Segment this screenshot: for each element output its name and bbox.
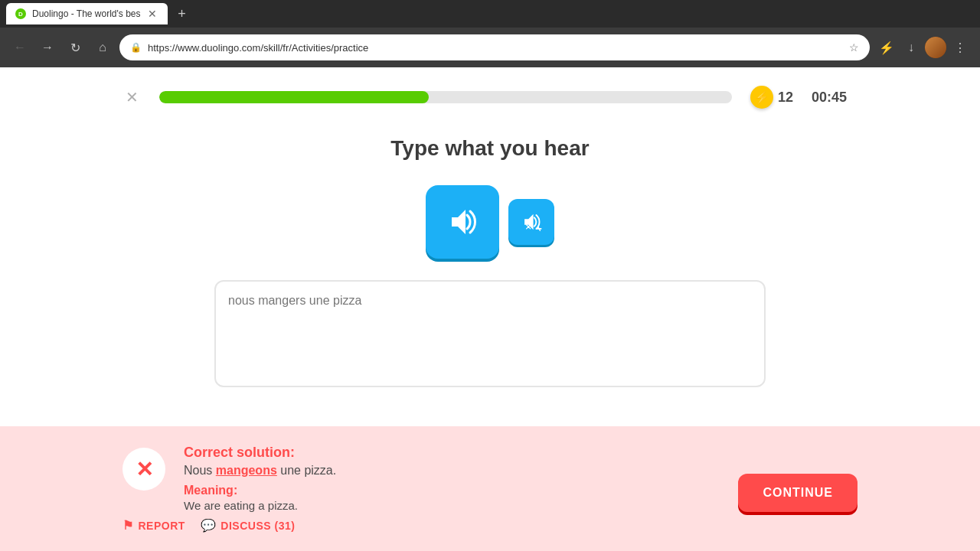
progress-bar-container (159, 91, 732, 103)
meaning-text: We are eating a pizza. (184, 499, 336, 512)
tab-title: Duolingo - The world's bes (32, 8, 140, 19)
speaker-slow-icon (521, 211, 542, 233)
extensions-button[interactable]: ⚡ (876, 37, 897, 58)
speaker-icon (446, 205, 479, 239)
back-button[interactable]: ← (9, 37, 31, 58)
solution-highlighted: mangeons (216, 464, 277, 477)
discuss-icon: 💬 (201, 518, 217, 533)
close-lesson-button[interactable]: ✕ (122, 88, 141, 106)
bottom-footer: ⚑ REPORT 💬 DISCUSS (31) (122, 518, 858, 533)
discuss-button[interactable]: 💬 DISCUSS (31) (201, 518, 296, 533)
refresh-button[interactable]: ↻ (64, 37, 86, 58)
menu-button[interactable]: ⋮ (949, 37, 971, 58)
report-button[interactable]: ⚑ REPORT (122, 518, 185, 533)
close-icon: ✕ (126, 88, 139, 106)
correct-solution-text: Nous mangeons une pizza. (184, 464, 336, 478)
result-text: Correct solution: Nous mangeons une pizz… (184, 445, 336, 512)
result-row: ✕ Correct solution: Nous mangeons une pi… (122, 445, 336, 512)
browser-nav-bar: ← → ↻ ⌂ 🔒 https://www.duolingo.com/skill… (0, 28, 980, 67)
continue-button[interactable]: CONTINUE (738, 474, 858, 512)
meaning-label: Meaning: (184, 484, 336, 497)
error-x-icon: ✕ (136, 457, 153, 482)
profile-button[interactable] (925, 37, 946, 58)
correct-solution-label: Correct solution: (184, 445, 336, 461)
top-bar: ✕ ⚡ 12 00:45 (122, 67, 858, 121)
browser-chrome: D Duolingo - The world's bes ✕ + ← → ↻ ⌂… (0, 0, 980, 67)
audio-play-button[interactable] (426, 185, 499, 259)
url-text: https://www.duolingo.com/skill/fr/Activi… (148, 42, 843, 54)
xp-count: 12 (778, 90, 793, 106)
discuss-label: DISCUSS (31) (220, 520, 295, 532)
active-tab[interactable]: D Duolingo - The world's bes ✕ (6, 3, 168, 24)
error-circle: ✕ (122, 448, 165, 491)
lock-icon: 🔒 (130, 42, 142, 53)
nav-right-buttons: ⚡ ↓ ⋮ (876, 37, 971, 58)
report-label: REPORT (139, 520, 185, 532)
progress-bar-fill (159, 91, 429, 103)
tab-favicon: D (15, 8, 26, 19)
xp-coin: ⚡ (750, 86, 773, 109)
browser-title-bar: D Duolingo - The world's bes ✕ + (0, 0, 980, 28)
solution-text-before: Nous (184, 464, 216, 477)
bottom-row: ✕ Correct solution: Nous mangeons une pi… (122, 445, 858, 512)
bookmark-icon[interactable]: ☆ (849, 41, 859, 54)
forward-button[interactable]: → (37, 37, 58, 58)
profile-avatar-inner (925, 37, 946, 58)
downloads-button[interactable]: ↓ (900, 37, 922, 58)
home-button[interactable]: ⌂ (92, 37, 113, 58)
new-tab-button[interactable]: + (171, 3, 192, 24)
tab-close-button[interactable]: ✕ (146, 8, 158, 20)
address-bar[interactable]: 🔒 https://www.duolingo.com/skill/fr/Acti… (119, 34, 870, 60)
bottom-panel: ✕ Correct solution: Nous mangeons une pi… (0, 426, 980, 551)
answer-input[interactable] (214, 280, 766, 387)
profile-avatar (925, 37, 946, 58)
timer-display: 00:45 (812, 90, 858, 106)
audio-slow-button[interactable] (508, 199, 554, 245)
solution-text-after: une pizza. (277, 464, 336, 477)
audio-buttons-group (426, 185, 554, 259)
report-icon: ⚑ (122, 518, 134, 533)
question-title: Type what you hear (390, 136, 589, 161)
xp-badge[interactable]: ⚡ 12 (750, 86, 793, 109)
